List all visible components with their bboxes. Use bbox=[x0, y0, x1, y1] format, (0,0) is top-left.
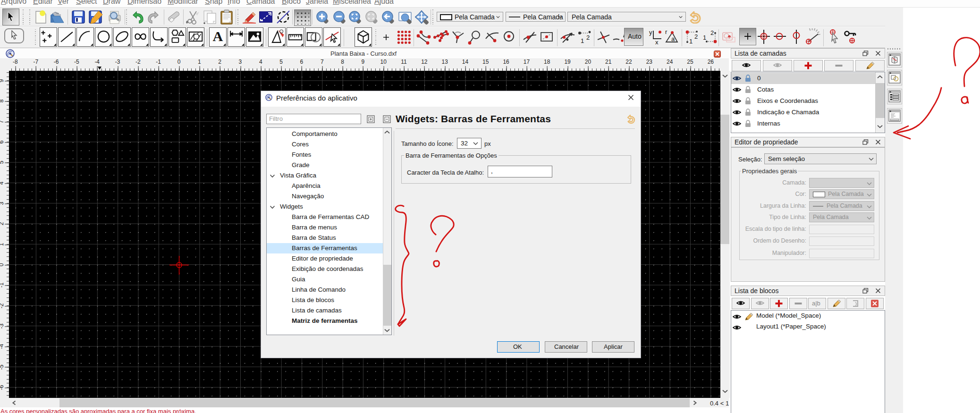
svg-text:1: 1 bbox=[689, 38, 693, 45]
svg-text:1: 1 bbox=[703, 34, 706, 41]
svg-text:y: y bbox=[649, 29, 652, 36]
svg-text:2: 2 bbox=[694, 33, 698, 40]
svg-text:A: A bbox=[213, 29, 223, 44]
svg-text:2: 2 bbox=[710, 29, 714, 36]
svg-text:2: 2 bbox=[586, 34, 590, 41]
svg-text:1: 1 bbox=[581, 37, 584, 44]
svg-text:x: x bbox=[655, 39, 659, 45]
svg-text:r: r bbox=[665, 29, 667, 35]
svg-text:a: a bbox=[671, 35, 675, 42]
